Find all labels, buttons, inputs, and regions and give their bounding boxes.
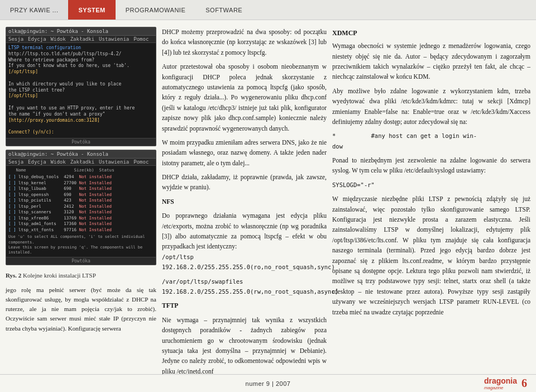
screenshot-2-footer: Powtóka: [6, 257, 156, 265]
footer-logo: dragonia magazine 6: [484, 376, 527, 390]
screenshot-1-menu: Sesja Edycja Widok Zakładki Ustawienia P…: [6, 36, 156, 43]
screenshot-2: olka@pingwin: ~ Powtóka - Konsola Sesja …: [6, 150, 156, 265]
main-content: olka@pingwin: ~ Powtóka - Konsola Sesja …: [0, 20, 536, 374]
screenshot-1: olka@pingwin: ~ Powtóka - Konsola Sesja …: [6, 27, 156, 146]
footer-logo-sub: magazine: [484, 385, 517, 390]
footer: numer 9 | 2007 dragonia magazine 6: [0, 374, 536, 392]
footer-page-number: 6: [521, 377, 527, 390]
screenshot-1-footer: Powtóka: [6, 138, 156, 146]
screenshot-1-titlebar: olka@pingwin: ~ Powtóka - Konsola: [6, 27, 156, 36]
screenshot-2-titlebar: olka@pingwin: ~ Powtóka - Konsola: [6, 150, 156, 159]
footer-center-text: numer 9 | 2007: [246, 380, 291, 387]
figure-caption: Rys. 2 Kolejne kroki instalacji LTSP: [6, 271, 156, 280]
footer-logo-text: dragonia: [484, 376, 517, 385]
nav-item-przy-kawie[interactable]: PRZY KAWIE ...: [0, 0, 68, 20]
nav-item-system[interactable]: SYSTEM: [68, 0, 115, 20]
right-article: XDMCP Wymaga obecności w systemie jedneg…: [332, 27, 530, 370]
nav-item-programowanie[interactable]: PROGRAMOWANIE: [116, 0, 196, 20]
screenshot-2-menu: Sesja Edycja Widok Zakładki Ustawienia P…: [6, 159, 156, 166]
nav-item-software[interactable]: SOFTWARE: [195, 0, 252, 20]
screenshot-2-table: Name Size(kb) Status [ ] ltsp_debug_tool…: [6, 166, 156, 257]
middle-article: DHCP możemy przeprowadzić na dwa sposoby…: [162, 27, 327, 370]
left-panel: olka@pingwin: ~ Powtóka - Konsola Sesja …: [6, 27, 156, 370]
nav-bar: PRZY KAWIE ... SYSTEM PROGRAMOWANIE SOFT…: [0, 0, 536, 20]
body-caption: jego rolę ma pełnić serwer (być może da …: [6, 285, 156, 333]
screenshot-1-content: LTSP terminal configuration http://ltsp.…: [6, 43, 156, 138]
